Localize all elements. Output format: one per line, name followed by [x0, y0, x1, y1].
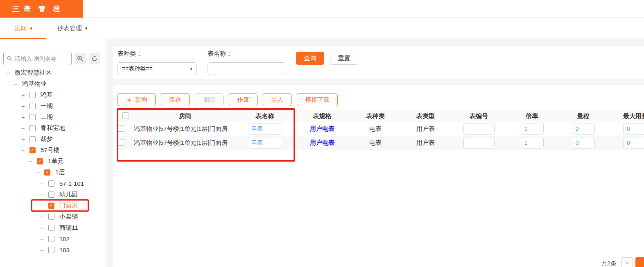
tree-collapse-icon[interactable]: − [14, 80, 20, 87]
spec-link[interactable]: 用户电表 [310, 139, 334, 146]
range-input[interactable] [572, 137, 595, 148]
tree-item-label: 门面房 [59, 202, 78, 210]
tree-checkbox[interactable] [48, 214, 54, 220]
tree-item[interactable]: +二期 [0, 112, 106, 123]
pagination-prev-button[interactable]: < [621, 257, 633, 267]
tree-collapse-icon[interactable]: − [29, 158, 35, 165]
tree-item[interactable]: −102 [0, 233, 106, 244]
tab-meter-reading[interactable]: 抄表管理 [57, 18, 87, 39]
tree-checkbox[interactable] [29, 114, 36, 120]
tree-expand-icon[interactable]: + [21, 114, 28, 121]
reset-button[interactable]: 重置 [330, 52, 358, 65]
cell-room: 鸿基物业|57号楼|1单元|1层|门面房 [134, 139, 236, 147]
cell-kind: 电表 [351, 139, 400, 147]
delete-button[interactable]: 删除 [195, 93, 224, 106]
meter-table-panel: ＋新增 保存 删除 作废 导入 模板下载 房间 表名称 表规格 表种类 表类型 … [113, 85, 644, 267]
tree-collapse-icon[interactable]: − [36, 169, 43, 176]
meter-number-input[interactable] [463, 137, 495, 148]
tree-collapse-icon[interactable]: − [21, 147, 28, 154]
tree-item-selected-room[interactable]: −门面房 [0, 200, 106, 211]
tree-checkbox[interactable] [48, 236, 54, 242]
tree-collapse-icon[interactable]: − [40, 213, 47, 220]
tree-expand-icon[interactable]: + [21, 136, 28, 143]
spec-link[interactable]: 用户电表 [310, 125, 334, 132]
tab-collapse-icon[interactable] [30, 27, 32, 30]
tree-checkbox-checked[interactable] [44, 169, 50, 176]
menu-icon[interactable]: 三 [12, 4, 20, 14]
plus-icon: ＋ [126, 95, 133, 105]
tree-item[interactable]: +胡梦 [0, 134, 106, 145]
query-button[interactable]: 查询 [296, 52, 324, 65]
tree-collapse-icon[interactable]: − [40, 235, 47, 242]
save-button-label: 保存 [169, 96, 181, 104]
tree-item[interactable]: −商铺11 [0, 222, 106, 233]
meter-kind-select[interactable]: ==表种类== [118, 62, 197, 75]
tree-collapse-icon[interactable]: − [21, 125, 28, 132]
import-button[interactable]: 导入 [263, 93, 291, 106]
pagination-current-page-button[interactable] [635, 257, 644, 267]
template-download-button-label: 模板下载 [305, 96, 330, 104]
tree-collapse-icon[interactable]: − [40, 202, 47, 209]
meter-number-input[interactable] [463, 123, 495, 135]
col-header-meter-name: 表名称 [236, 112, 294, 120]
tree-expand-icon[interactable]: + [21, 103, 28, 110]
tree-expand-icon[interactable]: + [21, 91, 28, 98]
range-input[interactable] [572, 123, 595, 135]
tree-search-button[interactable] [75, 53, 86, 64]
tree-item[interactable]: −103 [0, 244, 106, 256]
max-usage-input[interactable] [623, 137, 644, 148]
cell-type: 用户表 [400, 125, 451, 133]
tree-checkbox-checked[interactable] [29, 147, 36, 153]
tree-item[interactable]: −青和宝地 [0, 123, 106, 134]
ratio-input[interactable] [521, 137, 544, 148]
tree-search-box[interactable] [3, 52, 72, 65]
tree-item[interactable]: +一期 [0, 100, 106, 112]
row-checkbox[interactable] [118, 139, 124, 146]
meter-name-input[interactable] [208, 62, 285, 75]
void-button[interactable]: 作废 [229, 93, 258, 106]
tree-collapse-icon[interactable]: − [7, 69, 13, 76]
tree-collapse-icon[interactable]: − [40, 224, 47, 231]
tree-item-label: 商铺11 [59, 224, 78, 232]
tree-item-floor-1[interactable]: −1层 [0, 167, 106, 178]
tree-collapse-icon[interactable]: − [40, 246, 47, 253]
tree-item-label: 102 [59, 235, 70, 242]
tree-item[interactable]: +鸿基 [0, 89, 106, 100]
tree-search-input[interactable] [15, 55, 68, 62]
save-button[interactable]: 保存 [161, 93, 190, 106]
tree-item-community[interactable]: −微宏智慧社区 [0, 67, 106, 78]
add-button[interactable]: ＋新增 [118, 93, 156, 106]
tab-rooms[interactable]: 房间 [0, 18, 46, 39]
tree-checkbox[interactable] [29, 92, 36, 98]
tree-checkbox[interactable] [48, 192, 54, 198]
tree-item-label: 青和宝地 [41, 124, 65, 132]
room-tree: −微宏智慧社区 −鸿基物业 +鸿基 +一期 +二期 −青和宝地 +胡梦 −57号… [0, 67, 106, 256]
tree-collapse-icon[interactable]: − [40, 180, 47, 187]
tree-checkbox[interactable] [29, 125, 36, 131]
tree-checkbox[interactable] [29, 136, 36, 142]
tree-item-building-57[interactable]: −57号楼 [0, 145, 106, 156]
max-usage-input[interactable] [623, 123, 644, 135]
select-all-checkbox[interactable] [122, 112, 129, 119]
tree-checkbox[interactable] [48, 180, 54, 187]
template-download-button[interactable]: 模板下载 [297, 93, 338, 106]
tree-checkbox[interactable] [29, 103, 36, 109]
tab-collapse-icon[interactable] [85, 27, 87, 30]
tree-collapse-icon[interactable]: − [40, 191, 47, 198]
tree-item-property[interactable]: −鸿基物业 [0, 78, 106, 89]
row-checkbox[interactable] [118, 125, 124, 132]
tree-checkbox[interactable] [48, 225, 54, 231]
meter-name-cell-input[interactable] [248, 123, 282, 135]
tree-checkbox[interactable] [48, 247, 54, 253]
tree-item[interactable]: −小卖铺 [0, 211, 106, 222]
tree-item-label: 微宏智慧社区 [15, 69, 52, 77]
tree-checkbox-checked[interactable] [48, 203, 54, 209]
tree-item-unit-1[interactable]: −1单元 [0, 156, 106, 167]
ratio-input[interactable] [521, 123, 544, 135]
tree-refresh-button[interactable] [89, 53, 100, 64]
meter-name-cell-input[interactable] [248, 137, 282, 148]
tree-checkbox-checked[interactable] [37, 158, 43, 164]
tree-item[interactable]: −57-1-101 [0, 178, 106, 189]
col-header-type: 表类型 [400, 112, 451, 120]
tree-item[interactable]: −幼儿园 [0, 189, 106, 200]
